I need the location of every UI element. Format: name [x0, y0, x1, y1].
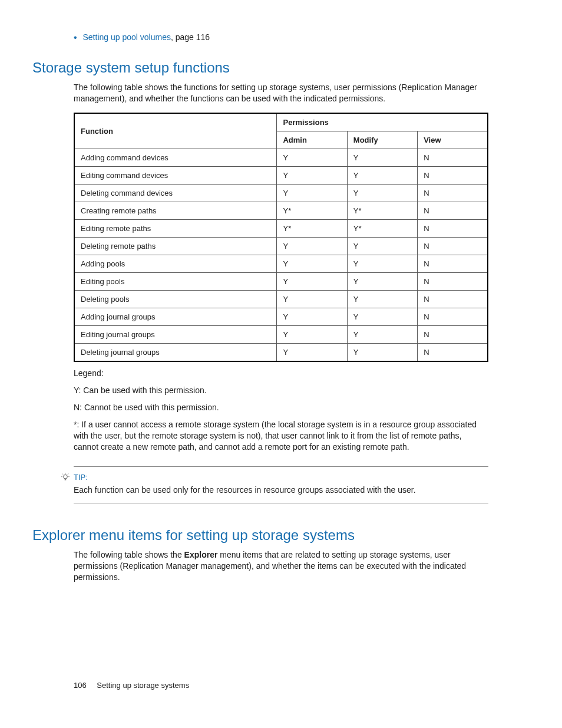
table-cell: Y	[277, 344, 347, 362]
table-cell: Y	[277, 167, 347, 185]
table-cell: Y	[277, 326, 347, 344]
table-cell: Y	[277, 149, 347, 167]
th-view: View	[418, 131, 488, 149]
table-row: Adding journal groupsYYN	[74, 308, 488, 326]
table-cell: Y	[347, 344, 417, 362]
table-cell: N	[418, 308, 488, 326]
th-modify: Modify	[347, 131, 417, 149]
table-row: Editing command devicesYYN	[74, 167, 488, 185]
tip-label: TIP:	[74, 473, 416, 482]
table-cell: Adding pools	[74, 255, 277, 273]
table-cell: Y*	[277, 202, 347, 220]
table-row: Deleting remote pathsYYN	[74, 238, 488, 255]
table-cell: Y	[347, 308, 417, 326]
table-cell: Y	[347, 255, 417, 273]
page-footer: 106 Setting up storage systems	[74, 681, 189, 690]
table-cell: Deleting command devices	[74, 185, 277, 202]
th-permissions: Permissions	[277, 113, 488, 131]
table-row: Deleting command devicesYYN	[74, 185, 488, 202]
table-row: Editing poolsYYN	[74, 273, 488, 291]
table-cell: Y	[347, 326, 417, 344]
table-cell: Y*	[347, 220, 417, 238]
document-page: • Setting up pool volumes, page 116 Stor…	[0, 0, 562, 728]
table-cell: Y	[277, 185, 347, 202]
heading-explorer-menu-items: Explorer menu items for setting up stora…	[32, 527, 488, 543]
table-cell: N	[418, 344, 488, 362]
bullet-icon: •	[74, 32, 77, 42]
table-cell: N	[418, 185, 488, 202]
table-cell: Y	[277, 291, 347, 308]
legend-y: Y: Can be used with this permission.	[74, 385, 488, 396]
legend-block: Legend: Y: Can be used with this permiss…	[74, 368, 488, 452]
table-row: Creating remote pathsY*Y*N	[74, 202, 488, 220]
table-cell: Y	[277, 255, 347, 273]
table-cell: Editing pools	[74, 273, 277, 291]
table-row: Deleting journal groupsYYN	[74, 344, 488, 362]
table-cell: N	[418, 291, 488, 308]
table-cell: Y	[347, 273, 417, 291]
th-function: Function	[74, 113, 277, 149]
page-number: 106	[74, 681, 87, 690]
table-cell: N	[418, 255, 488, 273]
table-cell: N	[418, 238, 488, 255]
table-cell: N	[418, 202, 488, 220]
table-cell: N	[418, 167, 488, 185]
table-cell: Y	[347, 291, 417, 308]
bullet-list-item: • Setting up pool volumes, page 116	[74, 32, 488, 43]
lightbulb-icon	[61, 473, 74, 484]
th-admin: Admin	[277, 131, 347, 149]
section2-intro-pre: The following table shows the	[74, 550, 184, 559]
section2-intro: The following table shows the Explorer m…	[74, 549, 488, 583]
svg-line-5	[62, 474, 63, 475]
table-cell: N	[418, 220, 488, 238]
table-cell: Creating remote paths	[74, 202, 277, 220]
table-cell: Deleting pools	[74, 291, 277, 308]
section1-intro: The following table shows the functions …	[74, 82, 488, 104]
table-header-row-1: Function Permissions	[74, 113, 488, 131]
table-cell: Editing remote paths	[74, 220, 277, 238]
table-cell: Y*	[347, 202, 417, 220]
table-cell: Y	[347, 185, 417, 202]
table-cell: N	[418, 326, 488, 344]
table-cell: Y	[277, 308, 347, 326]
permissions-table: Function Permissions Admin Modify View A…	[74, 113, 488, 362]
table-cell: Editing journal groups	[74, 326, 277, 344]
table-cell: Y*	[277, 220, 347, 238]
table-cell: Deleting journal groups	[74, 344, 277, 362]
svg-line-6	[68, 474, 68, 475]
table-cell: Deleting remote paths	[74, 238, 277, 255]
legend-title: Legend:	[74, 368, 488, 379]
tip-text: Each function can be used only for the r…	[74, 485, 416, 495]
table-row: Deleting poolsYYN	[74, 291, 488, 308]
bullet-rest-text: , page 116	[171, 32, 210, 42]
table-cell: N	[418, 273, 488, 291]
table-row: Adding command devicesYYN	[74, 149, 488, 167]
section2-intro-bold: Explorer	[184, 550, 218, 559]
table-cell: Y	[347, 149, 417, 167]
tip-block: TIP: Each function can be used only for …	[74, 466, 488, 503]
table-cell: Y	[347, 167, 417, 185]
table-cell: Adding journal groups	[74, 308, 277, 326]
table-cell: Editing command devices	[74, 167, 277, 185]
table-cell: Y	[347, 238, 417, 255]
table-cell: N	[418, 149, 488, 167]
heading-storage-system-setup-functions: Storage system setup functions	[32, 60, 488, 76]
footer-title: Setting up storage systems	[97, 681, 189, 690]
legend-n: N: Cannot be used with this permission.	[74, 402, 488, 413]
legend-star: *: If a user cannot access a remote stor…	[74, 419, 488, 453]
table-cell: Y	[277, 238, 347, 255]
table-cell: Y	[277, 273, 347, 291]
table-cell: Adding command devices	[74, 149, 277, 167]
table-row: Editing journal groupsYYN	[74, 326, 488, 344]
table-row: Adding poolsYYN	[74, 255, 488, 273]
svg-point-0	[64, 475, 68, 479]
link-setting-up-pool-volumes[interactable]: Setting up pool volumes	[83, 32, 171, 42]
table-row: Editing remote pathsY*Y*N	[74, 220, 488, 238]
